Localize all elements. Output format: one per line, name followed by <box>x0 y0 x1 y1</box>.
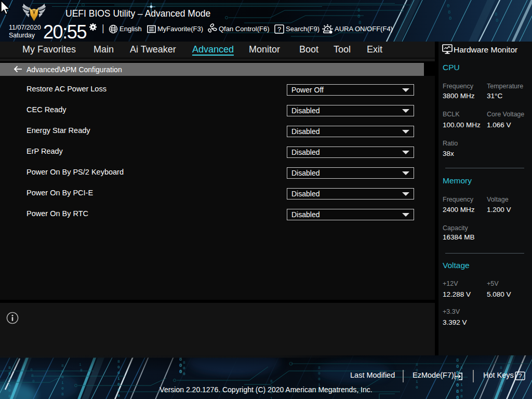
svg-text:0: 0 <box>496 18 498 23</box>
svg-text:0: 0 <box>357 14 360 19</box>
svg-text:?: ? <box>518 373 522 380</box>
svg-text:0: 0 <box>447 4 449 9</box>
svg-text:0: 0 <box>449 16 451 21</box>
svg-text:?: ? <box>277 25 281 33</box>
svg-text:8: 8 <box>357 8 360 13</box>
svg-text:8: 8 <box>448 10 450 15</box>
svg-text:8: 8 <box>495 12 497 17</box>
